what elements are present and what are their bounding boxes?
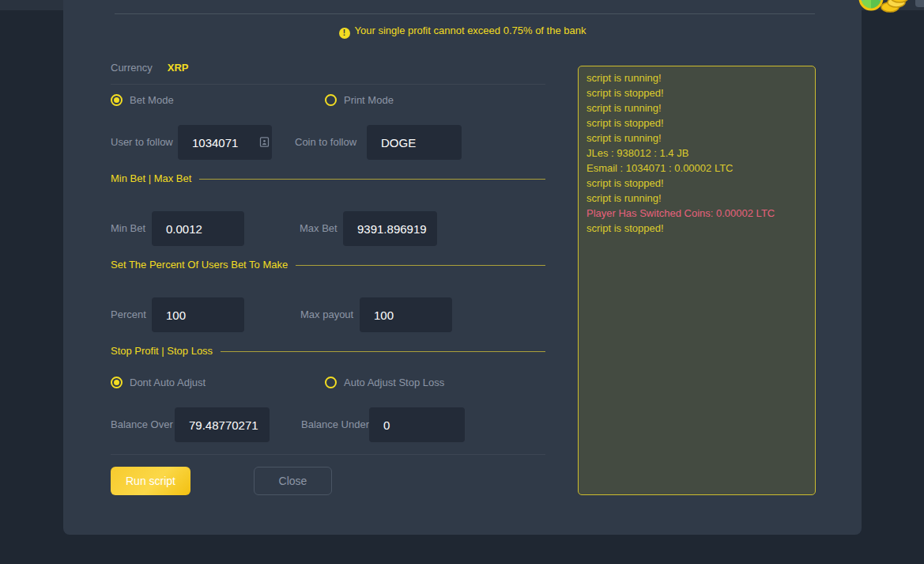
section-title-text: Min Bet | Max Bet (111, 172, 191, 184)
adjust-radio-group: Dont Auto Adjust Auto Adjust Stop Loss (111, 377, 545, 389)
header-divider (115, 13, 815, 14)
currency-value[interactable]: XRP (168, 62, 189, 74)
log-line: JLes : 938012 : 1.4 JB (586, 146, 807, 161)
section-title-text: Set The Percent Of Users Bet To Make (111, 259, 288, 271)
min-bet-input[interactable] (152, 211, 244, 246)
percent-label: Percent (111, 297, 146, 332)
balance-over-label: Balance Over (111, 407, 173, 442)
log-line: script is stopped! (586, 115, 807, 131)
log-line: script is running! (586, 191, 807, 206)
log-line: script is running! (586, 100, 807, 115)
log-line: script is running! (586, 131, 807, 146)
dont-auto-adjust-label: Dont Auto Adjust (130, 377, 206, 388)
divider (111, 454, 545, 455)
currency-row: Currency XRP (111, 62, 188, 74)
section-title-line (221, 351, 545, 352)
bet-mode-radio[interactable]: Bet Mode (111, 94, 174, 106)
account-box-icon[interactable] (258, 136, 270, 148)
section-title-line (199, 179, 545, 180)
stop-section-title: Stop Profit | Stop Loss (111, 345, 545, 357)
min-bet-label: Min Bet (111, 211, 145, 246)
log-line: script is stopped! (586, 176, 807, 191)
section-title-text: Stop Profit | Stop Loss (111, 345, 213, 357)
coin-to-follow-input[interactable] (367, 125, 462, 160)
bet-mode-label: Bet Mode (130, 94, 174, 106)
user-to-follow-label: User to follow (111, 125, 173, 160)
warning-text: Your single profit cannot exceed 0.75% o… (355, 25, 586, 36)
warning-banner: !Your single profit cannot exceed 0.75% … (63, 25, 862, 39)
log-line: Player Has Switched Coins: 0.00002 LTC (586, 206, 807, 221)
max-payout-label: Max payout (300, 297, 353, 332)
auto-adjust-label: Auto Adjust Stop Loss (344, 377, 444, 388)
radio-icon[interactable] (325, 377, 337, 388)
log-line: Esmail : 1034071 : 0.00002 LTC (586, 161, 807, 176)
currency-label: Currency (111, 62, 153, 74)
max-payout-input[interactable] (360, 297, 452, 332)
balance-under-label: Balance Under (301, 407, 369, 442)
run-script-button[interactable]: Run script (111, 467, 190, 495)
corner-chip (915, 0, 924, 7)
log-line: script is stopped! (586, 221, 807, 236)
mode-radio-group: Bet Mode Print Mode (111, 94, 545, 107)
percent-section-title: Set The Percent Of Users Bet To Make (111, 259, 545, 271)
radio-icon[interactable] (111, 377, 123, 388)
max-bet-label: Max Bet (300, 211, 338, 246)
minmax-section-title: Min Bet | Max Bet (111, 172, 545, 184)
close-button[interactable]: Close (254, 467, 332, 495)
page: { "warning": { "icon": "!", "text": "You… (0, 0, 924, 564)
balance-under-input[interactable] (369, 407, 465, 442)
balance-over-input[interactable] (175, 407, 270, 442)
radio-icon[interactable] (111, 94, 123, 106)
coin-to-follow-label: Coin to follow (295, 125, 356, 160)
divider (111, 84, 545, 85)
percent-input[interactable] (152, 297, 244, 332)
section-title-line (296, 265, 545, 266)
warning-icon: ! (339, 28, 350, 39)
dont-auto-adjust-radio[interactable]: Dont Auto Adjust (111, 377, 206, 388)
log-line: script is running! (586, 70, 807, 85)
auto-adjust-radio[interactable]: Auto Adjust Stop Loss (325, 377, 444, 388)
radio-icon[interactable] (325, 94, 337, 106)
bonus-coins-icon[interactable] (858, 0, 909, 18)
print-mode-radio[interactable]: Print Mode (325, 94, 394, 106)
print-mode-label: Print Mode (344, 94, 394, 106)
script-settings-modal: !Your single profit cannot exceed 0.75% … (63, 0, 862, 535)
log-line: script is stopped! (586, 85, 807, 100)
script-log-panel[interactable]: script is running! script is stopped! sc… (578, 66, 816, 495)
max-bet-input[interactable] (343, 211, 437, 246)
